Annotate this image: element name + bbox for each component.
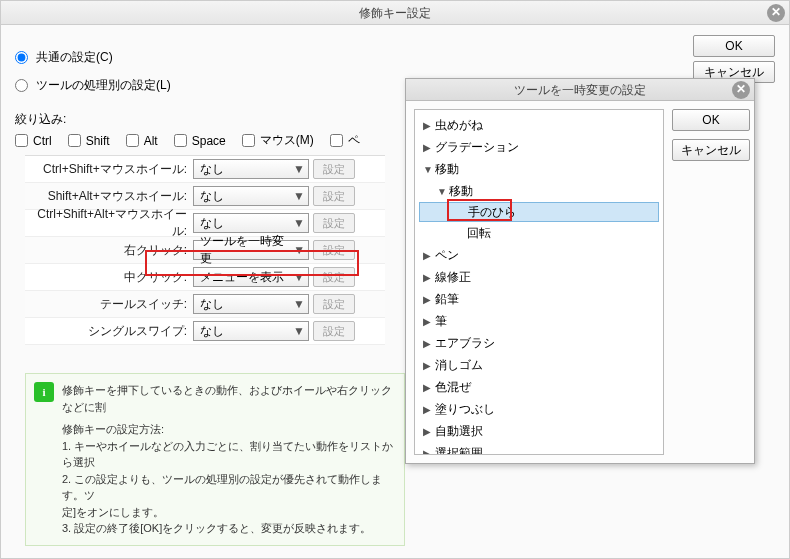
tree-item[interactable]: ▶消しゴム — [415, 354, 663, 376]
radio-common-label: 共通の設定(C) — [36, 49, 113, 66]
chevron-down-icon: ▼ — [292, 324, 306, 338]
radio-per-tool-input[interactable] — [15, 79, 28, 92]
filter-pen-label: ペ — [348, 132, 360, 149]
radio-common-input[interactable] — [15, 51, 28, 64]
triangle-down-icon: ▼ — [437, 186, 449, 197]
info-line4: 2. この設定よりも、ツールの処理別の設定が優先されて動作します。ツ — [62, 471, 396, 504]
binding-combo[interactable]: なし▼ — [193, 321, 309, 341]
filter-space-checkbox[interactable] — [174, 134, 187, 147]
binding-settings-button[interactable]: 設定 — [313, 213, 355, 233]
binding-row: 右クリック:ツールを一時変更▼設定 — [25, 237, 385, 264]
chevron-down-icon: ▼ — [292, 162, 306, 176]
filter-shift[interactable]: Shift — [68, 132, 110, 149]
binding-label: 右クリック: — [25, 242, 193, 259]
filter-mouse-checkbox[interactable] — [242, 134, 255, 147]
tree-item-label: 手のひら — [468, 204, 516, 221]
triangle-right-icon: ▶ — [423, 316, 435, 327]
binding-settings-button[interactable]: 設定 — [313, 294, 355, 314]
binding-combo[interactable]: なし▼ — [193, 159, 309, 179]
filter-pen-checkbox[interactable] — [330, 134, 343, 147]
tree-item-label: エアブラシ — [435, 335, 495, 352]
tree-item[interactable]: ▶虫めがね — [415, 114, 663, 136]
binding-row: Ctrl+Shift+マウスホイール:なし▼設定 — [25, 156, 385, 183]
filter-alt[interactable]: Alt — [126, 132, 158, 149]
binding-settings-button[interactable]: 設定 — [313, 186, 355, 206]
filter-ctrl[interactable]: Ctrl — [15, 132, 52, 149]
sub-body: ▶虫めがね▶グラデーション▼移動▼移動手のひら回転▶ペン▶線修正▶鉛筆▶筆▶エア… — [406, 101, 754, 463]
binding-label: テールスイッチ: — [25, 296, 193, 313]
info-line1: 修飾キーを押下しているときの動作、およびホイールや右クリックなどに割 — [62, 382, 396, 415]
sub-close-icon[interactable]: ✕ — [732, 81, 750, 99]
tree-item-label: 回転 — [467, 225, 491, 242]
sub-dialog: ツールを一時変更の設定 ✕ ▶虫めがね▶グラデーション▼移動▼移動手のひら回転▶… — [405, 78, 755, 464]
filter-alt-label: Alt — [144, 134, 158, 148]
tree-item[interactable]: ▶エアブラシ — [415, 332, 663, 354]
radio-per-tool[interactable]: ツールの処理別の設定(L) — [15, 77, 171, 94]
tree-item-label: 色混ぜ — [435, 379, 471, 396]
filter-mouse[interactable]: マウス(M) — [242, 132, 314, 149]
chevron-down-icon: ▼ — [292, 189, 306, 203]
binding-combo[interactable]: なし▼ — [193, 186, 309, 206]
triangle-right-icon: ▶ — [423, 404, 435, 415]
filter-alt-checkbox[interactable] — [126, 134, 139, 147]
info-line6: 3. 設定の終了後[OK]をクリックすると、変更が反映されます。 — [62, 520, 396, 537]
binding-combo[interactable]: メニューを表示▼ — [193, 267, 309, 287]
tree-item-label: 虫めがね — [435, 117, 483, 134]
tree-item[interactable]: ▶鉛筆 — [415, 288, 663, 310]
tree-item[interactable]: ▶ペン — [415, 244, 663, 266]
filter-ctrl-label: Ctrl — [33, 134, 52, 148]
filter-space-label: Space — [192, 134, 226, 148]
tree-item[interactable]: ▶色混ぜ — [415, 376, 663, 398]
chevron-down-icon: ▼ — [293, 243, 306, 257]
triangle-right-icon: ▶ — [423, 360, 435, 371]
tree-item[interactable]: 回転 — [415, 222, 663, 244]
tree-item[interactable]: ▶グラデーション — [415, 136, 663, 158]
tool-tree[interactable]: ▶虫めがね▶グラデーション▼移動▼移動手のひら回転▶ペン▶線修正▶鉛筆▶筆▶エア… — [414, 109, 664, 455]
sub-ok-button[interactable]: OK — [672, 109, 750, 131]
tree-item-label: 消しゴム — [435, 357, 483, 374]
tree-item[interactable]: ▶選択範囲 — [415, 442, 663, 455]
tree-item[interactable]: ▶塗りつぶし — [415, 398, 663, 420]
tree-item-label: ペン — [435, 247, 459, 264]
binding-combo-value: ツールを一時変更 — [200, 233, 293, 267]
binding-label: 中クリック: — [25, 269, 193, 286]
binding-settings-button[interactable]: 設定 — [313, 321, 355, 341]
tree-item[interactable]: 手のひら — [419, 202, 659, 222]
binding-settings-button[interactable]: 設定 — [313, 159, 355, 179]
binding-label: Shift+Alt+マウスホイール: — [25, 188, 193, 205]
triangle-right-icon: ▶ — [423, 426, 435, 437]
binding-settings-button[interactable]: 設定 — [313, 267, 355, 287]
filter-pen[interactable]: ペ — [330, 132, 360, 149]
tree-item[interactable]: ▼移動 — [415, 158, 663, 180]
tree-item-label: 筆 — [435, 313, 447, 330]
binding-combo-value: メニューを表示 — [200, 269, 284, 286]
tree-item[interactable]: ▶筆 — [415, 310, 663, 332]
binding-combo[interactable]: ツールを一時変更▼ — [193, 240, 309, 260]
binding-combo-value: なし — [200, 161, 224, 178]
sub-cancel-button[interactable]: キャンセル — [672, 139, 750, 161]
filter-ctrl-checkbox[interactable] — [15, 134, 28, 147]
filter-shift-checkbox[interactable] — [68, 134, 81, 147]
tree-item[interactable]: ▼移動 — [415, 180, 663, 202]
triangle-right-icon: ▶ — [423, 338, 435, 349]
binding-label: シングルスワイプ: — [25, 323, 193, 340]
tree-item[interactable]: ▶自動選択 — [415, 420, 663, 442]
tree-item-label: グラデーション — [435, 139, 519, 156]
radio-per-tool-label: ツールの処理別の設定(L) — [36, 77, 171, 94]
info-box: i 修飾キーを押下しているときの動作、およびホイールや右クリックなどに割 修飾キ… — [25, 373, 405, 546]
info-icon: i — [34, 382, 54, 402]
binding-combo[interactable]: なし▼ — [193, 294, 309, 314]
filter-shift-label: Shift — [86, 134, 110, 148]
radio-common[interactable]: 共通の設定(C) — [15, 49, 113, 66]
binding-row: 中クリック:メニューを表示▼設定 — [25, 264, 385, 291]
binding-row: テールスイッチ:なし▼設定 — [25, 291, 385, 318]
close-icon[interactable]: ✕ — [767, 4, 785, 22]
binding-combo[interactable]: なし▼ — [193, 213, 309, 233]
main-titlebar: 修飾キー設定 ✕ — [1, 1, 789, 25]
filter-space[interactable]: Space — [174, 132, 226, 149]
binding-settings-button[interactable]: 設定 — [313, 240, 355, 260]
tree-item-label: 移動 — [435, 161, 459, 178]
radio-common-row: 共通の設定(C) — [15, 49, 775, 67]
triangle-right-icon: ▶ — [423, 250, 435, 261]
tree-item[interactable]: ▶線修正 — [415, 266, 663, 288]
